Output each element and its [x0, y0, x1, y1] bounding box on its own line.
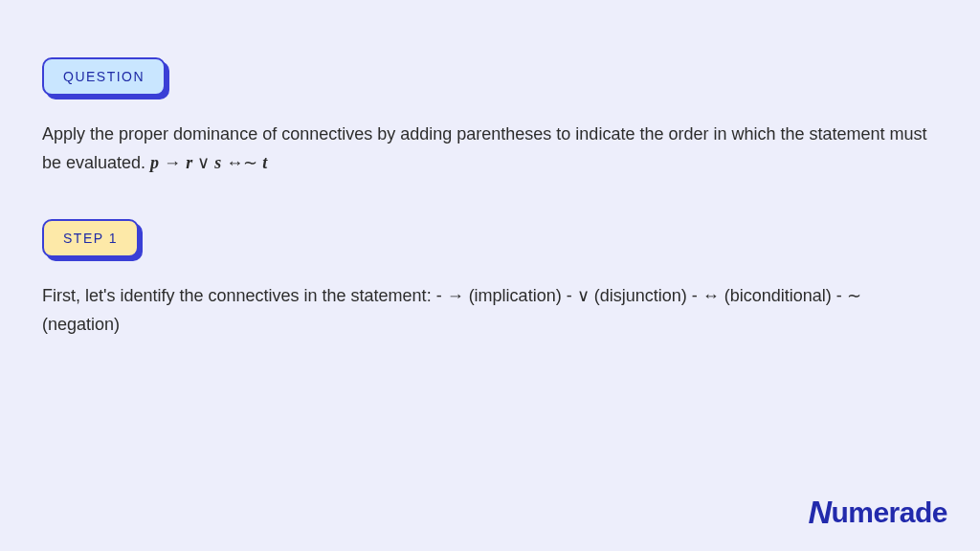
step1-iff: ↔ — [702, 286, 720, 305]
step1-arrow-label: (implication) - — [464, 286, 577, 305]
step1-or: ∨ — [577, 286, 590, 305]
question-badge: QUESTION — [42, 57, 166, 96]
formula-arrow: → — [164, 153, 181, 172]
step1-badge-label: STEP 1 — [63, 231, 118, 246]
formula-s: s — [214, 153, 221, 172]
formula-neg: ∼ — [243, 153, 257, 172]
step1-neg: ∼ — [847, 286, 861, 305]
question-text: Apply the proper dominance of connective… — [42, 121, 938, 177]
question-badge-label: QUESTION — [63, 69, 145, 84]
formula-r: r — [186, 153, 192, 172]
step1-arrow: → — [447, 286, 464, 305]
step1-iff-label: (biconditional) - — [720, 286, 847, 305]
formula-t: t — [262, 153, 267, 172]
step1-prefix: First, let's identify the connectives in… — [42, 286, 447, 305]
formula-or: ∨ — [197, 153, 210, 172]
step1-neg-label: (negation) — [42, 315, 120, 334]
step1-text: First, let's identify the connectives in… — [42, 282, 938, 339]
step1-badge: STEP 1 — [42, 219, 139, 257]
step1-or-label: (disjunction) - — [590, 286, 702, 305]
brand-logo-n: N — [808, 494, 831, 531]
formula-p: p — [150, 153, 159, 172]
brand-logo-rest: umerade — [831, 496, 947, 528]
brand-logo: Numerade — [808, 493, 947, 530]
formula-iff: ↔ — [226, 153, 243, 172]
